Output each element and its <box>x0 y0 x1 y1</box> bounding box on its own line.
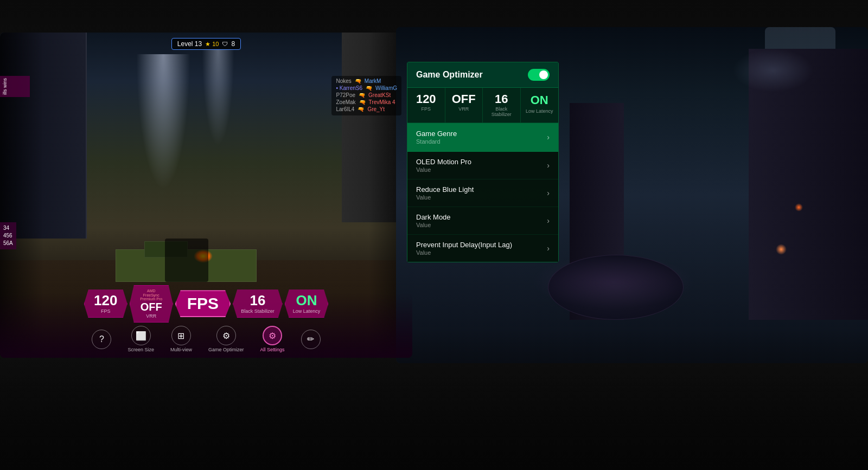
level-text: Level 13 <box>177 40 202 48</box>
freesync-logo: AMDFreeSyncPremium Pro <box>138 289 165 301</box>
level-badge: Level 13 ★ 10 🛡 8 <box>171 38 241 50</box>
player-silhouette <box>165 239 208 282</box>
screen-size-button[interactable]: ⬜ Screen Size <box>127 326 154 352</box>
black-stab-box: 16 Black Stabilizer <box>233 289 283 318</box>
gun-icon-3: 🔫 <box>359 92 365 98</box>
chevron-input-lag: › <box>547 244 550 253</box>
menu-item-game-genre-text: Game Genre Standard <box>416 130 457 145</box>
menu-item-dark-mode-text: Dark Mode Value <box>416 213 451 228</box>
opt-stat-blackstab-value: 16 <box>485 93 518 105</box>
menu-item-game-genre-value: Standard <box>416 138 457 145</box>
help-icon[interactable]: ? <box>92 330 111 349</box>
stat-456: 456 <box>3 232 13 240</box>
optimizer-title: Game Optimizer <box>416 70 483 80</box>
menu-item-oled-motion[interactable]: OLED Motion Pro Value › <box>407 152 558 179</box>
score-val-2: WilliamG <box>375 85 397 91</box>
menu-item-dark-mode-value: Value <box>416 222 451 228</box>
opt-stat-blackstab: 16 Black Stabilizer <box>483 88 521 123</box>
fps-box: 120 FPS <box>84 289 127 318</box>
game-bg-left: Level 13 ★ 10 🛡 8 Nokes 🔫 MarkM • Karren… <box>0 33 412 358</box>
multi-view-icon[interactable]: ⊞ <box>171 326 191 345</box>
menu-item-input-lag-text: Prevent Input Delay(Input Lag) Value <box>416 241 512 256</box>
score-row-5: Lar6IL4 🔫 Gre_Yt <box>336 106 397 112</box>
scoreboard: Nokes 🔫 MarkM • KarrenS6 🔫 WilliamG P72P… <box>331 76 401 115</box>
player-name-2: • KarrenS6 <box>336 85 362 91</box>
optimizer-toggle[interactable] <box>528 69 550 81</box>
glow-top <box>732 49 814 92</box>
menu-item-input-lag-value: Value <box>416 249 512 256</box>
bottom-hud: 120 FPS AMDFreeSyncPremium Pro OFF VRR F… <box>0 293 412 358</box>
low-latency-value: ON <box>293 293 321 307</box>
ember-1 <box>776 244 787 255</box>
opt-stat-vrr-value: OFF <box>448 93 481 105</box>
stat-34: 34 <box>3 224 13 232</box>
screen-size-icon[interactable]: ⬜ <box>131 326 151 345</box>
gun-icon-1: 🔫 <box>355 78 361 84</box>
player-name-4: ZoeMak <box>336 99 355 105</box>
player-name-3: P72Poe <box>336 92 355 98</box>
game-optimizer-icon[interactable]: ⚙ <box>216 326 236 345</box>
right-screen: 🎮 🖥 🔊 Game Optimizer 1 <box>396 27 868 363</box>
kills-sidebar: ills wins <box>0 76 30 97</box>
menu-item-oled-motion-value: Value <box>416 166 471 173</box>
menu-item-input-lag-title: Prevent Input Delay(Input Lag) <box>416 241 512 249</box>
gun-icon-2: 🔫 <box>366 85 372 91</box>
chevron-dark-mode: › <box>547 216 550 225</box>
left-screen: Level 13 ★ 10 🛡 8 Nokes 🔫 MarkM • Karren… <box>0 33 412 358</box>
game-optimizer-button[interactable]: ⚙ Game Optimizer <box>208 326 244 352</box>
menu-item-dark-mode-title: Dark Mode <box>416 213 451 221</box>
gun-icon-5: 🔫 <box>358 106 364 112</box>
fps-label: FPS <box>92 308 119 314</box>
black-stab-label: Black Stabilizer <box>241 308 275 314</box>
menu-item-blue-light[interactable]: Reduce Blue Light Value › <box>407 179 558 207</box>
icon-count: 8 <box>231 40 235 48</box>
screen-size-label: Screen Size <box>127 347 154 352</box>
gun-icon-4: 🔫 <box>359 99 366 105</box>
opt-stat-lowlatency-value: ON <box>523 93 557 107</box>
all-settings-label: All Settings <box>260 347 285 352</box>
score-row-4: ZoeMak 🔫 TrevMika 4 <box>336 99 397 105</box>
menu-item-dark-mode[interactable]: Dark Mode Value › <box>407 207 558 235</box>
all-settings-icon[interactable]: ⚙ <box>263 326 282 345</box>
edit-icon[interactable]: ✏ <box>301 330 321 349</box>
menu-item-game-genre-title: Game Genre <box>416 130 457 138</box>
main-container: Level 13 ★ 10 🛡 8 Nokes 🔫 MarkM • Karren… <box>0 0 868 470</box>
opt-stat-vrr: OFF VRR <box>445 88 483 123</box>
menu-item-blue-light-value: Value <box>416 194 474 201</box>
opt-stat-fps: 120 FPS <box>407 88 445 123</box>
edit-button[interactable]: ✏ <box>301 330 321 349</box>
player-name-5: Lar6IL4 <box>336 106 354 112</box>
score-row-3: P72Poe 🔫 GreatKSt <box>336 92 397 98</box>
optimizer-header: Game Optimizer <box>407 62 558 88</box>
score-val-1: MarkM <box>365 78 381 84</box>
multi-view-button[interactable]: ⊞ Multi-view <box>170 326 192 352</box>
vrr-label: VRR <box>138 313 165 319</box>
help-button[interactable]: ? <box>92 330 111 349</box>
game-hud-top: Level 13 ★ 10 🛡 8 <box>0 38 412 50</box>
vrr-value: OFF <box>138 301 165 312</box>
score-row-2: • KarrenS6 🔫 WilliamG <box>336 85 397 91</box>
opt-stat-fps-value: 120 <box>410 93 443 105</box>
score-val-3: GreatKSt <box>368 92 391 98</box>
light-beam-2 <box>202 49 234 146</box>
kills-text: ills wins <box>2 78 8 95</box>
stats-row: 120 FPS AMDFreeSyncPremium Pro OFF VRR F… <box>0 285 412 323</box>
score-val-5: Gre_Yt <box>367 106 385 112</box>
opt-stat-vrr-label: VRR <box>448 106 481 112</box>
menu-item-blue-light-text: Reduce Blue Light Value <box>416 185 474 201</box>
bottom-icons: ? ⬜ Screen Size ⊞ Multi-view ⚙ Game Opti… <box>0 326 412 352</box>
center-box: FPS <box>175 290 231 317</box>
opt-stat-lowlatency-label: Low Latency <box>523 108 557 114</box>
multi-view-label: Multi-view <box>170 347 192 352</box>
optimizer-menu: Game Genre Standard › OLED Motion Pro Va… <box>407 123 558 262</box>
center-fps: FPS <box>187 295 219 312</box>
game-optimizer-label: Game Optimizer <box>208 347 244 352</box>
menu-item-oled-motion-text: OLED Motion Pro Value <box>416 158 471 173</box>
optimizer-panel: Game Optimizer 120 FPS OFF VRR <box>407 62 559 262</box>
glow-bottom <box>532 255 694 309</box>
menu-item-input-lag[interactable]: Prevent Input Delay(Input Lag) Value › <box>407 235 558 262</box>
menu-item-game-genre[interactable]: Game Genre Standard › <box>407 123 558 152</box>
menu-item-blue-light-title: Reduce Blue Light <box>416 185 474 194</box>
all-settings-button[interactable]: ⚙ All Settings <box>260 326 285 352</box>
opt-stat-lowlatency: ON Low Latency <box>521 88 559 123</box>
